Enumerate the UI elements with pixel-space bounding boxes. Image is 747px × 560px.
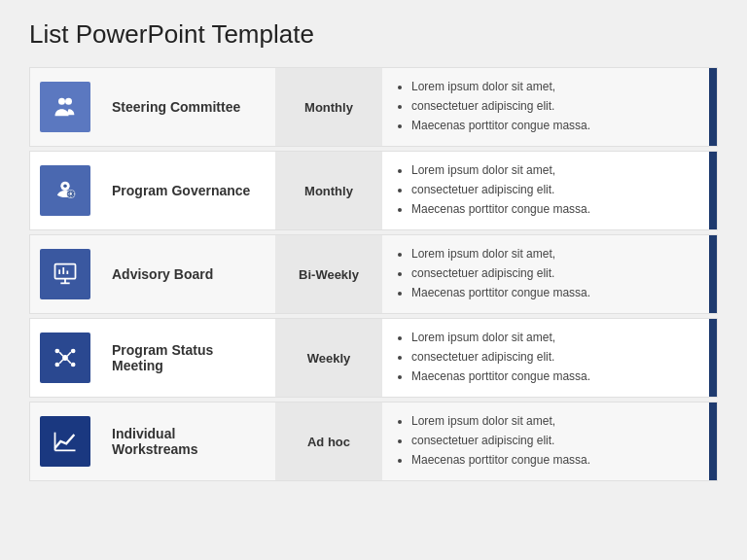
- description-item: consectetuer adipiscing elit.: [411, 97, 590, 115]
- frequency-cell-program-status-meeting: Weekly: [275, 319, 382, 397]
- page-title: List PowerPoint Template: [29, 19, 718, 50]
- accent-bar-steering-committee: [709, 68, 717, 146]
- list-row-individual-workstreams: Individual WorkstreamsAd hocLorem ipsum …: [29, 402, 718, 481]
- description-item: Lorem ipsum dolor sit amet,: [411, 78, 590, 95]
- icon-cell-program-governance: [30, 152, 100, 229]
- icon-program-governance: [40, 165, 90, 216]
- description-cell-advisory-board: Lorem ipsum dolor sit amet,consectetuer …: [382, 235, 709, 313]
- accent-bar-program-status-meeting: [709, 319, 717, 397]
- description-item: consectetuer adipiscing elit.: [411, 264, 590, 282]
- icon-program-status-meeting: [40, 332, 90, 383]
- frequency-cell-advisory-board: Bi-Weekly: [275, 235, 382, 313]
- description-item: Lorem ipsum dolor sit amet,: [411, 329, 590, 346]
- name-cell-advisory-board: Advisory Board: [100, 235, 275, 313]
- description-item: consectetuer adipiscing elit.: [411, 181, 590, 198]
- svg-point-5: [70, 192, 72, 194]
- list-row-program-status-meeting: Program Status MeetingWeeklyLorem ipsum …: [29, 318, 718, 398]
- description-item: consectetuer adipiscing elit.: [411, 348, 590, 366]
- icon-cell-steering-committee: [30, 68, 100, 146]
- description-item: Maecenas porttitor congue massa.: [411, 451, 590, 469]
- icon-cell-advisory-board: [30, 235, 100, 313]
- description-cell-program-status-meeting: Lorem ipsum dolor sit amet,consectetuer …: [382, 319, 709, 397]
- description-item: Maecenas porttitor congue massa.: [411, 200, 590, 218]
- description-item: Maecenas porttitor congue massa.: [411, 368, 590, 385]
- description-item: Maecenas porttitor congue massa.: [411, 117, 590, 134]
- icon-individual-workstreams: [40, 416, 90, 467]
- name-cell-steering-committee: Steering Committee: [100, 68, 275, 146]
- svg-line-18: [67, 352, 71, 356]
- svg-rect-6: [55, 264, 76, 279]
- svg-point-3: [63, 185, 67, 189]
- list-row-advisory-board: Advisory BoardBi-WeeklyLorem ipsum dolor…: [29, 234, 718, 314]
- svg-point-16: [71, 363, 76, 368]
- svg-point-15: [55, 363, 60, 368]
- frequency-cell-steering-committee: Monthly: [275, 68, 382, 146]
- name-cell-program-status-meeting: Program Status Meeting: [100, 319, 275, 397]
- description-item: Lorem ipsum dolor sit amet,: [411, 161, 590, 179]
- accent-bar-program-governance: [709, 152, 717, 229]
- list-row-steering-committee: Steering CommitteeMonthlyLorem ipsum dol…: [29, 67, 718, 147]
- svg-line-17: [59, 352, 63, 356]
- svg-line-20: [67, 360, 71, 364]
- name-cell-individual-workstreams: Individual Workstreams: [100, 402, 275, 480]
- icon-steering-committee: [40, 82, 90, 132]
- description-cell-steering-committee: Lorem ipsum dolor sit amet,consectetuer …: [382, 68, 709, 146]
- svg-point-0: [58, 98, 65, 105]
- icon-cell-individual-workstreams: [30, 402, 100, 480]
- svg-line-19: [59, 360, 63, 364]
- description-item: Lorem ipsum dolor sit amet,: [411, 412, 590, 430]
- frequency-cell-program-governance: Monthly: [275, 152, 382, 229]
- icon-cell-program-status-meeting: [30, 319, 100, 397]
- page-container: List PowerPoint Template Steering Commit…: [0, 0, 747, 560]
- accent-bar-advisory-board: [709, 235, 717, 313]
- description-item: Maecenas porttitor congue massa.: [411, 284, 590, 301]
- svg-point-13: [55, 349, 60, 354]
- name-cell-program-governance: Program Governance: [100, 152, 275, 229]
- svg-point-14: [71, 349, 76, 354]
- description-cell-program-governance: Lorem ipsum dolor sit amet,consectetuer …: [382, 152, 709, 229]
- description-item: consectetuer adipiscing elit.: [411, 432, 590, 449]
- description-cell-individual-workstreams: Lorem ipsum dolor sit amet,consectetuer …: [382, 402, 709, 480]
- icon-advisory-board: [40, 249, 90, 299]
- svg-point-1: [65, 98, 72, 105]
- description-item: Lorem ipsum dolor sit amet,: [411, 245, 590, 262]
- list-table: Steering CommitteeMonthlyLorem ipsum dol…: [29, 67, 718, 481]
- accent-bar-individual-workstreams: [709, 402, 717, 480]
- frequency-cell-individual-workstreams: Ad hoc: [275, 402, 382, 480]
- list-row-program-governance: Program GovernanceMonthlyLorem ipsum dol…: [29, 151, 718, 230]
